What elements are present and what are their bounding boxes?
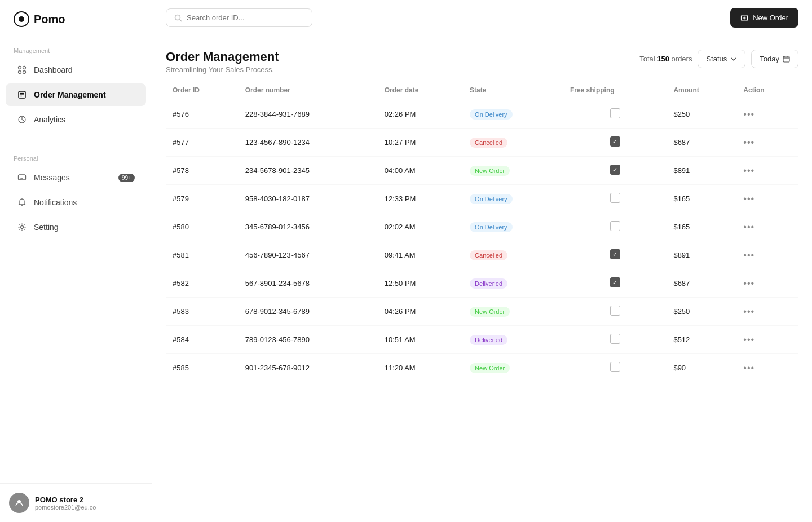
action-menu-button[interactable]: ••• — [743, 250, 754, 260]
cell-order-date: 10:27 PM — [378, 129, 463, 157]
chevron-down-icon — [730, 56, 737, 63]
cell-state: Deliveried — [463, 326, 563, 354]
table-row: #585 901-2345-678-9012 11:20 AM New Orde… — [166, 354, 798, 382]
date-filter-button[interactable]: Today — [751, 50, 798, 68]
new-order-button[interactable]: New Order — [730, 8, 798, 28]
cell-action: ••• — [736, 241, 798, 269]
action-menu-button[interactable]: ••• — [743, 138, 754, 147]
sidebar-item-label: Order Management — [34, 90, 106, 99]
cell-order-id: #581 — [166, 241, 239, 269]
status-filter-button[interactable]: Status — [698, 50, 745, 68]
search-box[interactable] — [166, 8, 312, 27]
cell-order-date: 10:51 AM — [378, 326, 463, 354]
cell-order-number: 567-8901-234-5678 — [239, 269, 378, 298]
cell-order-number: 901-2345-678-9012 — [239, 354, 378, 382]
table-row: #581 456-7890-123-4567 09:41 AM Cancelle… — [166, 241, 798, 269]
cell-action: ••• — [736, 354, 798, 382]
action-menu-button[interactable]: ••• — [743, 363, 754, 373]
cell-state: New Order — [463, 157, 563, 185]
cell-amount: $687 — [667, 129, 736, 157]
search-icon — [174, 14, 182, 22]
cell-state: Cancelled — [463, 129, 563, 157]
col-free-shipping: Free shipping — [563, 81, 667, 100]
free-shipping-checkbox[interactable] — [610, 334, 620, 344]
cell-order-date: 02:26 PM — [378, 100, 463, 129]
sidebar-item-messages[interactable]: Messages 99+ — [6, 166, 146, 189]
sidebar-item-setting[interactable]: Setting — [6, 216, 146, 238]
cell-action: ••• — [736, 129, 798, 157]
app-name: Pomo — [34, 13, 65, 26]
svg-point-14 — [175, 15, 180, 20]
col-order-date: Order date — [378, 81, 463, 100]
sidebar-item-label: Setting — [34, 223, 59, 232]
cell-action: ••• — [736, 269, 798, 298]
app-logo[interactable]: Pomo — [0, 0, 152, 38]
cell-action: ••• — [736, 185, 798, 213]
cell-state: Deliveried — [463, 269, 563, 298]
action-menu-button[interactable]: ••• — [743, 335, 754, 344]
col-order-id: Order ID — [166, 81, 239, 100]
sidebar-item-dashboard[interactable]: Dashboard — [6, 59, 146, 81]
cell-action: ••• — [736, 213, 798, 241]
col-state: State — [463, 81, 563, 100]
state-badge: On Delivery — [470, 222, 512, 232]
free-shipping-checkbox[interactable] — [610, 108, 620, 118]
table-row: #577 123-4567-890-1234 10:27 PM Cancelle… — [166, 129, 798, 157]
free-shipping-checkbox[interactable] — [610, 362, 620, 372]
analytics-icon — [17, 114, 27, 125]
free-shipping-checkbox[interactable] — [610, 249, 620, 259]
table-row: #579 958-4030-182-0187 12:33 PM On Deliv… — [166, 185, 798, 213]
free-shipping-checkbox[interactable] — [610, 193, 620, 203]
cell-order-id: #585 — [166, 354, 239, 382]
sidebar-item-notifications[interactable]: Notifications — [6, 191, 146, 214]
col-amount: Amount — [667, 81, 736, 100]
cell-order-number: 678-9012-345-6789 — [239, 298, 378, 326]
action-menu-button[interactable]: ••• — [743, 307, 754, 316]
cell-amount: $90 — [667, 354, 736, 382]
svg-point-4 — [19, 71, 21, 74]
cell-free-shipping — [563, 129, 667, 157]
free-shipping-checkbox[interactable] — [610, 306, 620, 316]
svg-point-5 — [23, 71, 26, 74]
cell-action: ••• — [736, 157, 798, 185]
state-badge: New Order — [470, 166, 510, 176]
state-badge: On Delivery — [470, 194, 512, 204]
state-badge: Deliveried — [470, 278, 508, 289]
sidebar: Pomo Management Dashboard Order Manageme… — [0, 0, 152, 522]
sidebar-item-analytics[interactable]: Analytics — [6, 108, 146, 131]
free-shipping-checkbox[interactable] — [610, 277, 620, 287]
cell-free-shipping — [563, 354, 667, 382]
action-menu-button[interactable]: ••• — [743, 109, 754, 119]
sidebar-item-label: Notifications — [34, 198, 77, 207]
action-menu-button[interactable]: ••• — [743, 166, 754, 175]
free-shipping-checkbox[interactable] — [610, 136, 620, 147]
cell-amount: $250 — [667, 100, 736, 129]
cell-order-number: 234-5678-901-2345 — [239, 157, 378, 185]
free-shipping-checkbox[interactable] — [610, 165, 620, 175]
sidebar-item-order-management[interactable]: Order Management — [6, 83, 146, 106]
orders-table-container: Order ID Order number Order date State F… — [152, 81, 812, 522]
page-header: Order Management Streamlining Your Sales… — [152, 36, 812, 81]
user-info: POMO store 2 pomostore201@eu.co — [35, 496, 96, 511]
cell-order-number: 123-4567-890-1234 — [239, 129, 378, 157]
cell-order-id: #577 — [166, 129, 239, 157]
logo-icon — [14, 11, 29, 27]
svg-point-1 — [19, 16, 24, 22]
user-email: pomostore201@eu.co — [35, 504, 96, 511]
action-menu-button[interactable]: ••• — [743, 278, 754, 288]
free-shipping-checkbox[interactable] — [610, 221, 620, 231]
search-input[interactable] — [187, 14, 304, 22]
user-profile[interactable]: POMO store 2 pomostore201@eu.co — [0, 483, 152, 522]
cell-order-number: 789-0123-456-7890 — [239, 326, 378, 354]
orders-tbody: #576 228-3844-931-7689 02:26 PM On Deliv… — [166, 100, 798, 382]
state-badge: New Order — [470, 363, 510, 373]
page-title-area: Order Management Streamlining Your Sales… — [166, 50, 279, 74]
state-badge: Deliveried — [470, 335, 508, 345]
date-label: Today — [760, 55, 779, 63]
cell-order-number: 456-7890-123-4567 — [239, 241, 378, 269]
action-menu-button[interactable]: ••• — [743, 194, 754, 204]
sidebar-item-label: Messages — [34, 173, 70, 182]
order-icon — [17, 90, 27, 100]
action-menu-button[interactable]: ••• — [743, 222, 754, 232]
cell-order-date: 02:02 AM — [378, 213, 463, 241]
